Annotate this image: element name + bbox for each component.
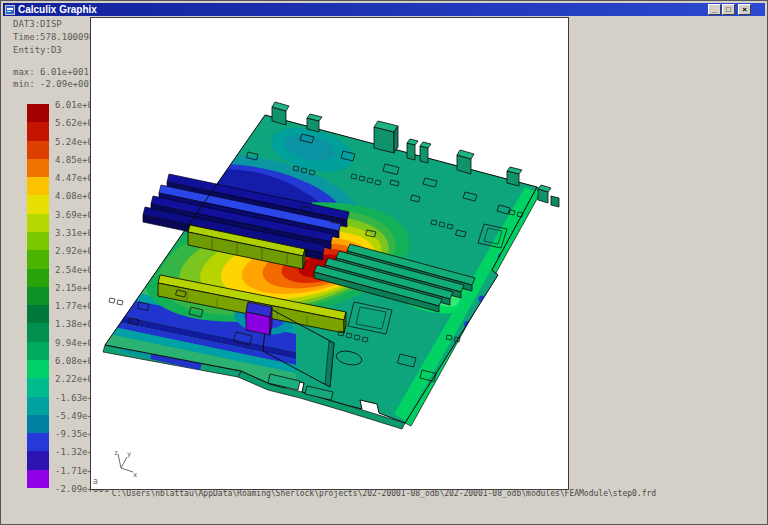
legend-band — [27, 195, 49, 213]
legend-band — [27, 214, 49, 232]
status-path: C:\Users\nblattau\AppData\Roaming\Sherlo… — [3, 489, 765, 509]
purple-tab — [246, 302, 272, 335]
legend-band — [27, 177, 49, 195]
legend-band — [27, 360, 49, 378]
legend-band — [27, 287, 49, 305]
board-surface — [91, 18, 568, 489]
app-icon — [5, 5, 15, 15]
legend-band — [27, 323, 49, 341]
calculix-window: Calculix Graphix _ □ × DAT3:DISP Time:57… — [0, 0, 768, 525]
minimize-button[interactable]: _ — [708, 4, 721, 15]
max-label: max: 6.01e+001 — [13, 67, 89, 77]
window-title: Calculix Graphix — [18, 4, 708, 15]
render-viewport[interactable]: z y x a — [90, 17, 569, 490]
min-label: min: -2.09e+001 — [13, 79, 94, 89]
titlebar[interactable]: Calculix Graphix _ □ × — [3, 3, 765, 16]
axis-y-label: y — [127, 450, 131, 458]
viewport-corner-glyph: a — [93, 477, 98, 486]
legend-band — [27, 141, 49, 159]
legend-band — [27, 342, 49, 360]
legend-band — [27, 415, 49, 433]
pcb-model — [91, 18, 568, 489]
close-button[interactable]: × — [738, 4, 751, 15]
legend-band — [27, 122, 49, 140]
dataset-label: DAT3:DISP — [13, 19, 62, 29]
legend-band — [27, 397, 49, 415]
maximize-button[interactable]: □ — [722, 4, 735, 15]
legend-band — [27, 104, 49, 122]
legend-band — [27, 159, 49, 177]
legend-band — [27, 433, 49, 451]
legend-band — [27, 378, 49, 396]
client-area: DAT3:DISP Time:578.100098 Entity:D3 max:… — [3, 16, 765, 522]
legend-band — [27, 269, 49, 287]
legend-band — [27, 470, 49, 488]
axis-x-label: x — [133, 471, 137, 478]
legend-band — [27, 451, 49, 469]
axis-z-label: z — [114, 449, 118, 457]
legend-band — [27, 250, 49, 268]
legend-band — [27, 232, 49, 250]
entity-label: Entity:D3 — [13, 45, 62, 55]
legend-colorbar — [27, 104, 49, 488]
axes-triad: z y x — [109, 448, 139, 478]
time-label: Time:578.100098 — [13, 32, 94, 42]
legend-band — [27, 305, 49, 323]
